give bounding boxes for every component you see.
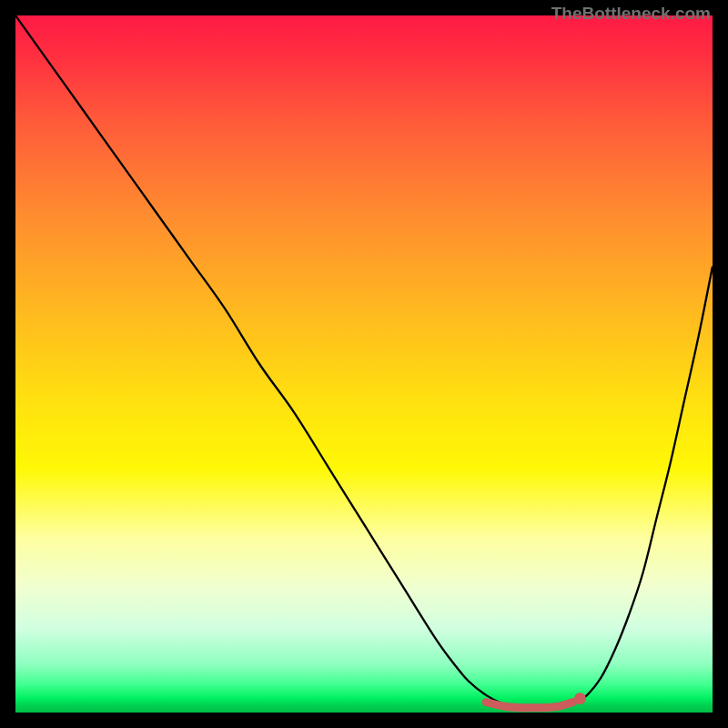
attribution-text: TheBottleneck.com bbox=[551, 4, 711, 24]
bottleneck-curve bbox=[15, 15, 713, 709]
plot-area bbox=[15, 15, 713, 713]
chart-container: TheBottleneck.com bbox=[0, 0, 728, 728]
chart-svg bbox=[15, 15, 713, 713]
marker-dot bbox=[574, 693, 586, 704]
plateau-marker bbox=[486, 703, 573, 708]
